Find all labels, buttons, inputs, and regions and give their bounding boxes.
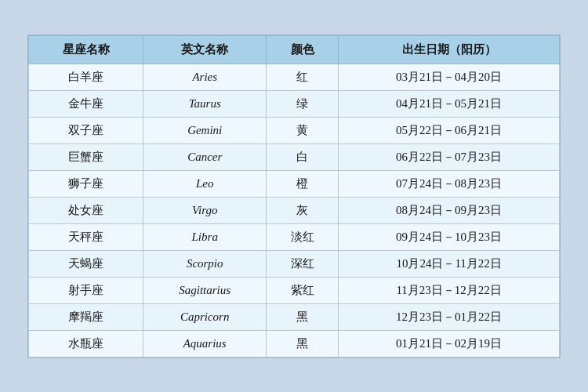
cell-color: 黄 xyxy=(267,117,339,143)
cell-date: 11月23日－12月22日 xyxy=(339,277,560,303)
cell-color: 红 xyxy=(267,64,339,90)
cell-chinese: 处女座 xyxy=(29,197,143,223)
table-row: 天秤座Libra淡红09月24日－10月23日 xyxy=(29,223,560,250)
cell-english: Gemini xyxy=(143,117,267,143)
cell-chinese: 天蝎座 xyxy=(29,250,143,277)
cell-chinese: 白羊座 xyxy=(29,64,143,90)
table-row: 水瓶座Aquarius黑01月21日－02月19日 xyxy=(29,330,560,357)
cell-english: Virgo xyxy=(143,197,267,223)
cell-chinese: 水瓶座 xyxy=(29,330,143,357)
cell-color: 淡红 xyxy=(267,223,339,250)
cell-color: 绿 xyxy=(267,90,339,117)
table-row: 白羊座Aries红03月21日－04月20日 xyxy=(29,64,560,90)
cell-english: Aquarius xyxy=(143,330,267,357)
table-row: 双子座Gemini黄05月22日－06月21日 xyxy=(29,117,560,143)
cell-date: 10月24日－11月22日 xyxy=(339,250,560,277)
cell-color: 黑 xyxy=(267,330,339,357)
cell-chinese: 狮子座 xyxy=(29,170,143,197)
zodiac-table-container: 星座名称 英文名称 颜色 出生日期（阳历） 白羊座Aries红03月21日－04… xyxy=(27,34,561,358)
zodiac-table: 星座名称 英文名称 颜色 出生日期（阳历） 白羊座Aries红03月21日－04… xyxy=(28,35,560,358)
cell-english: Capricorn xyxy=(143,303,267,330)
col-header-chinese: 星座名称 xyxy=(29,35,143,64)
col-header-date: 出生日期（阳历） xyxy=(339,35,560,64)
cell-date: 01月21日－02月19日 xyxy=(339,330,560,357)
cell-date: 05月22日－06月21日 xyxy=(339,117,560,143)
col-header-english: 英文名称 xyxy=(143,35,267,64)
cell-chinese: 射手座 xyxy=(29,277,143,303)
table-row: 处女座Virgo灰08月24日－09月23日 xyxy=(29,197,560,223)
cell-chinese: 金牛座 xyxy=(29,90,143,117)
cell-chinese: 巨蟹座 xyxy=(29,143,143,170)
cell-date: 03月21日－04月20日 xyxy=(339,64,560,90)
cell-english: Libra xyxy=(143,223,267,250)
table-row: 天蝎座Scorpio深红10月24日－11月22日 xyxy=(29,250,560,277)
cell-english: Leo xyxy=(143,170,267,197)
cell-date: 09月24日－10月23日 xyxy=(339,223,560,250)
cell-date: 12月23日－01月22日 xyxy=(339,303,560,330)
cell-color: 灰 xyxy=(267,197,339,223)
cell-english: Taurus xyxy=(143,90,267,117)
cell-date: 08月24日－09月23日 xyxy=(339,197,560,223)
cell-color: 黑 xyxy=(267,303,339,330)
table-row: 巨蟹座Cancer白06月22日－07月23日 xyxy=(29,143,560,170)
col-header-color: 颜色 xyxy=(267,35,339,64)
cell-english: Cancer xyxy=(143,143,267,170)
cell-color: 紫红 xyxy=(267,277,339,303)
cell-english: Aries xyxy=(143,64,267,90)
cell-date: 07月24日－08月23日 xyxy=(339,170,560,197)
cell-color: 深红 xyxy=(267,250,339,277)
cell-color: 白 xyxy=(267,143,339,170)
cell-date: 06月22日－07月23日 xyxy=(339,143,560,170)
cell-color: 橙 xyxy=(267,170,339,197)
table-row: 摩羯座Capricorn黑12月23日－01月22日 xyxy=(29,303,560,330)
cell-chinese: 摩羯座 xyxy=(29,303,143,330)
cell-chinese: 双子座 xyxy=(29,117,143,143)
table-row: 金牛座Taurus绿04月21日－05月21日 xyxy=(29,90,560,117)
cell-english: Scorpio xyxy=(143,250,267,277)
cell-chinese: 天秤座 xyxy=(29,223,143,250)
table-row: 射手座Sagittarius紫红11月23日－12月22日 xyxy=(29,277,560,303)
cell-date: 04月21日－05月21日 xyxy=(339,90,560,117)
table-row: 狮子座Leo橙07月24日－08月23日 xyxy=(29,170,560,197)
cell-english: Sagittarius xyxy=(143,277,267,303)
table-body: 白羊座Aries红03月21日－04月20日金牛座Taurus绿04月21日－0… xyxy=(29,64,560,357)
table-header-row: 星座名称 英文名称 颜色 出生日期（阳历） xyxy=(29,35,560,64)
